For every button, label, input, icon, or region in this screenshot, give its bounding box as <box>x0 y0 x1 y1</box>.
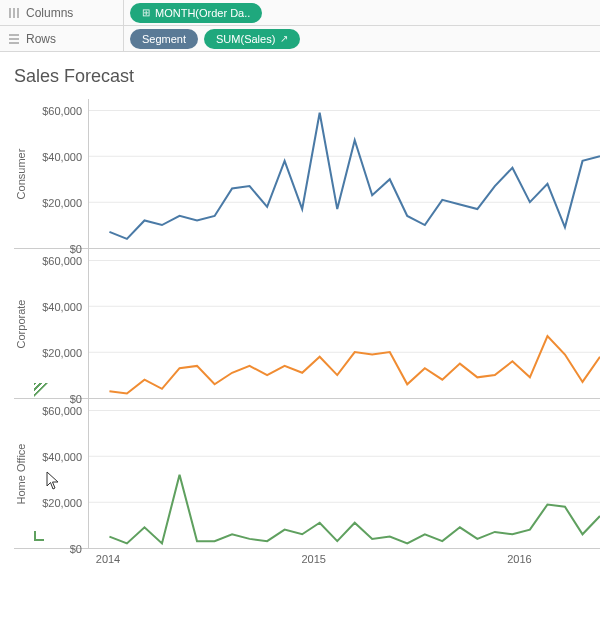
segment-label: Consumer <box>14 99 28 248</box>
y-tick: $40,000 <box>42 151 82 163</box>
x-tick: 2015 <box>301 553 325 565</box>
pill-label: MONTH(Order Da.. <box>155 7 250 19</box>
plus-icon: ⊞ <box>142 7 150 18</box>
panel-home-office: Home Office$0$20,000$40,000$60,000 <box>14 399 600 549</box>
columns-shelf-label: Columns <box>0 0 124 25</box>
rows-shelf[interactable]: Rows Segment SUM(Sales) ↗ <box>0 26 600 52</box>
y-tick: $20,000 <box>42 197 82 209</box>
pill-month-orderdate[interactable]: ⊞ MONTH(Order Da.. <box>130 3 262 23</box>
series-line-home-office[interactable] <box>109 475 600 544</box>
y-tick: $60,000 <box>42 105 82 117</box>
y-axis: $0$20,000$40,000$60,000 <box>28 249 88 398</box>
rows-icon <box>8 33 20 45</box>
panel-consumer: Consumer$0$20,000$40,000$60,000 <box>14 99 600 249</box>
pill-sum-sales[interactable]: SUM(Sales) ↗ <box>204 29 300 49</box>
segment-label-text: Home Office <box>15 443 27 504</box>
columns-label-text: Columns <box>26 6 73 20</box>
y-tick: $40,000 <box>42 451 82 463</box>
segment-label: Corporate <box>14 249 28 398</box>
pill-label: SUM(Sales) <box>216 33 275 45</box>
viz-container: Consumer$0$20,000$40,000$60,000Corporate… <box>0 99 600 579</box>
series-line-consumer[interactable] <box>109 113 600 239</box>
columns-shelf[interactable]: Columns ⊞ MONTH(Order Da.. <box>0 0 600 26</box>
forecast-icon: ↗ <box>280 33 288 44</box>
series-line-corporate[interactable] <box>109 336 600 393</box>
panel-corporate: Corporate$0$20,000$40,000$60,000 <box>14 249 600 399</box>
segment-label-text: Consumer <box>15 148 27 199</box>
x-tick: 2014 <box>96 553 120 565</box>
y-axis: $0$20,000$40,000$60,000 <box>28 399 88 548</box>
plot-area[interactable] <box>88 399 600 548</box>
x-axis: 201420152016 <box>14 549 600 579</box>
pill-label: Segment <box>142 33 186 45</box>
segment-label: Home Office <box>14 399 28 548</box>
y-tick: $60,000 <box>42 405 82 417</box>
columns-icon <box>8 7 20 19</box>
plot-area[interactable] <box>88 99 600 248</box>
segment-label-text: Corporate <box>15 299 27 348</box>
columns-pills: ⊞ MONTH(Order Da.. <box>124 3 262 23</box>
rows-label-text: Rows <box>26 32 56 46</box>
y-axis: $0$20,000$40,000$60,000 <box>28 99 88 248</box>
y-tick: $40,000 <box>42 301 82 313</box>
y-tick: $20,000 <box>42 497 82 509</box>
x-tick: 2016 <box>507 553 531 565</box>
rows-pills: Segment SUM(Sales) ↗ <box>124 29 300 49</box>
rows-shelf-label: Rows <box>0 26 124 51</box>
pill-segment[interactable]: Segment <box>130 29 198 49</box>
chart-title: Sales Forecast <box>0 52 600 93</box>
y-tick: $0 <box>70 543 82 555</box>
y-tick: $60,000 <box>42 255 82 267</box>
plot-area[interactable] <box>88 249 600 398</box>
y-tick: $20,000 <box>42 347 82 359</box>
